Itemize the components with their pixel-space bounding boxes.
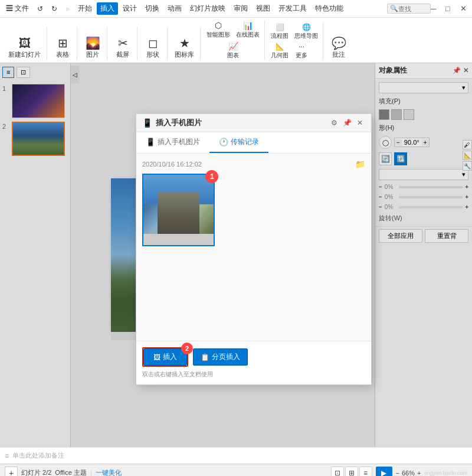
- zoom-out-btn[interactable]: −: [396, 470, 399, 477]
- menu-item-animation[interactable]: 动画: [164, 2, 185, 15]
- table-label: 表格: [56, 50, 69, 59]
- photo-item-1[interactable]: 1: [142, 174, 215, 246]
- insert-btn-icon: 🖼: [153, 353, 160, 361]
- modal-title-actions: ⚙ 📌 ✕: [329, 118, 365, 128]
- title-bar: ☰ 文件 ↺ ↻ » 开始 插入 设计 切换 动画 幻灯片放映 审阅 视图 开发…: [0, 0, 472, 18]
- modal-pin-icon[interactable]: 📌: [342, 118, 352, 128]
- modal-tabs: 📱 插入手机图片 🕐 传输记录: [136, 132, 371, 154]
- flowchart-button[interactable]: ⬜ 流程图: [268, 22, 291, 41]
- search-input[interactable]: [398, 5, 428, 12]
- more-label: 更多: [296, 51, 307, 60]
- zoom-in-btn[interactable]: +: [417, 470, 421, 477]
- menu-item-review[interactable]: 审阅: [230, 2, 251, 15]
- theme-label: Office 主题: [55, 468, 87, 476]
- mindmap-button[interactable]: 🌐 思维导图: [292, 22, 320, 41]
- new-slide-icon: 🖼: [19, 37, 31, 49]
- ribbon-group-image: 🌄 图片: [78, 27, 107, 60]
- mindmap-icon: 🌐: [302, 23, 311, 31]
- shape-button[interactable]: ◻ 形状: [141, 36, 165, 60]
- menu-separator: »: [62, 4, 73, 14]
- geo-button[interactable]: 📐 几何图: [268, 42, 291, 60]
- mindmap-label: 思维导图: [294, 32, 318, 40]
- insert-step-badge: 2: [181, 343, 193, 354]
- new-slide-label: 新建幻灯片: [8, 50, 41, 59]
- ribbon-group-comment: 💬 批注: [324, 27, 353, 60]
- image-icon: 🌄: [86, 37, 100, 49]
- photo-mountain: [158, 193, 200, 234]
- play-slideshow-btn[interactable]: ▶: [376, 467, 392, 477]
- maximize-icon[interactable]: □: [441, 2, 454, 15]
- status-left: + 幻灯片 2/2 Office 主题 | 一键美化: [5, 467, 122, 477]
- modal-hint: 双击或右键插入至文档使用: [142, 370, 365, 379]
- modal-settings-icon[interactable]: ⚙: [329, 118, 339, 128]
- screenshot-icon: ✂: [118, 37, 128, 49]
- image-button[interactable]: 🌄 图片: [81, 36, 104, 60]
- chart-label: 图表: [227, 51, 239, 60]
- main-area: ◁ ≡ ⊡ 1 2 jingyan.bai: [0, 63, 472, 447]
- modal-title-bar: 📱 插入手机图片 ⚙ 📌 ✕: [136, 114, 371, 132]
- modal-date-header: 2020/10/16 16:12:02 📁: [142, 159, 365, 169]
- normal-view-btn[interactable]: ⊡: [331, 467, 344, 477]
- more-icon: ···: [299, 43, 304, 51]
- modal-overlay: 📱 插入手机图片 ⚙ 📌 ✕ 📱 插入手机图片 🕐 传输记录: [0, 63, 472, 447]
- zoom-level: 66%: [402, 470, 415, 477]
- insert-button[interactable]: 🖼 插入: [143, 348, 187, 366]
- icon-lib-button[interactable]: ★ 图标库: [171, 36, 198, 60]
- online-chart-label: 在线图表: [236, 31, 260, 39]
- smart-shape-button[interactable]: ⬡ 智能图形: [204, 20, 232, 40]
- menu-item-slideshow[interactable]: 幻灯片放映: [186, 2, 229, 15]
- menu-item-redo[interactable]: ↻: [48, 4, 61, 14]
- shape-icon: ◻: [148, 37, 158, 49]
- modal-content: 2020/10/16 16:12:02 📁: [136, 154, 371, 341]
- divider-1: |: [90, 470, 92, 477]
- chart-button[interactable]: 📈 图表: [224, 41, 242, 60]
- search-icon: 🔍: [390, 5, 398, 12]
- folder-icon[interactable]: 📁: [355, 159, 365, 169]
- comment-icon: 💬: [332, 37, 346, 49]
- menu-item-insert[interactable]: 插入: [97, 2, 118, 15]
- chart-icon: 📈: [228, 41, 238, 51]
- modal-spacer: [142, 251, 365, 335]
- bottom-notes-bar: ≡ 单击此处添加备注: [0, 447, 472, 464]
- close-icon[interactable]: ✕: [457, 2, 470, 15]
- notes-icon: ≡: [5, 452, 9, 460]
- watermark-status: jingyan.baidu.com: [424, 470, 467, 476]
- menu-item-start[interactable]: 开始: [74, 2, 96, 15]
- table-button[interactable]: ⊞ 表格: [51, 36, 74, 60]
- menu-item-special[interactable]: 特色功能: [312, 2, 347, 15]
- menu-item-design[interactable]: 设计: [119, 2, 140, 15]
- tab-insert-phone-photo[interactable]: 📱 插入手机图片: [136, 132, 209, 153]
- modal-date-text: 2020/10/16 16:12:02: [142, 161, 202, 168]
- ribbon: 🖼 新建幻灯片 ⊞ 表格 🌄 图片 ✂ 截屏: [0, 18, 472, 63]
- insert-tab-icon: 📱: [146, 138, 155, 146]
- tab-transfer-record[interactable]: 🕐 传输记录: [209, 132, 268, 153]
- comment-button[interactable]: 💬 批注: [327, 36, 350, 60]
- add-slide-btn[interactable]: +: [5, 467, 18, 477]
- zoom-area: − 66% +: [396, 470, 421, 477]
- menu-item-view[interactable]: 视图: [253, 2, 274, 15]
- ribbon-content: 🖼 新建幻灯片 ⊞ 表格 🌄 图片 ✂ 截屏: [2, 18, 470, 60]
- beautify-btn[interactable]: 一键美化: [96, 468, 122, 476]
- modal-close-icon[interactable]: ✕: [355, 118, 365, 128]
- image-label: 图片: [86, 50, 99, 59]
- geo-label: 几何图: [271, 51, 289, 60]
- online-chart-button[interactable]: 📊 在线图表: [234, 20, 262, 40]
- outline-view-btn[interactable]: ≡: [359, 467, 372, 477]
- screenshot-button[interactable]: ✂ 截屏: [111, 36, 135, 60]
- grid-view-btn[interactable]: ⊞: [345, 467, 358, 477]
- insert-btn-wrapper: 🖼 插入 2: [142, 347, 188, 367]
- more-button[interactable]: ··· 更多: [292, 42, 311, 60]
- modal-title: 插入手机图片: [156, 118, 325, 128]
- paged-insert-button[interactable]: 📋 分页插入: [193, 348, 248, 366]
- menu-item-file[interactable]: ☰ 文件: [2, 2, 32, 15]
- flowchart-icon: ⬜: [276, 23, 284, 31]
- paged-insert-icon: 📋: [201, 353, 209, 361]
- online-chart-icon: 📊: [243, 21, 253, 30]
- ribbon-group-icon-lib: ★ 图标库: [169, 27, 201, 60]
- menu-item-switch[interactable]: 切换: [142, 2, 163, 15]
- ribbon-group-shape: ◻ 形状: [139, 27, 168, 60]
- menu-item-undo[interactable]: ↺: [34, 4, 47, 14]
- new-slide-button[interactable]: 🖼 新建幻灯片: [5, 36, 44, 60]
- menu-item-dev[interactable]: 开发工具: [275, 2, 310, 15]
- notes-placeholder[interactable]: 单击此处添加备注: [12, 451, 64, 460]
